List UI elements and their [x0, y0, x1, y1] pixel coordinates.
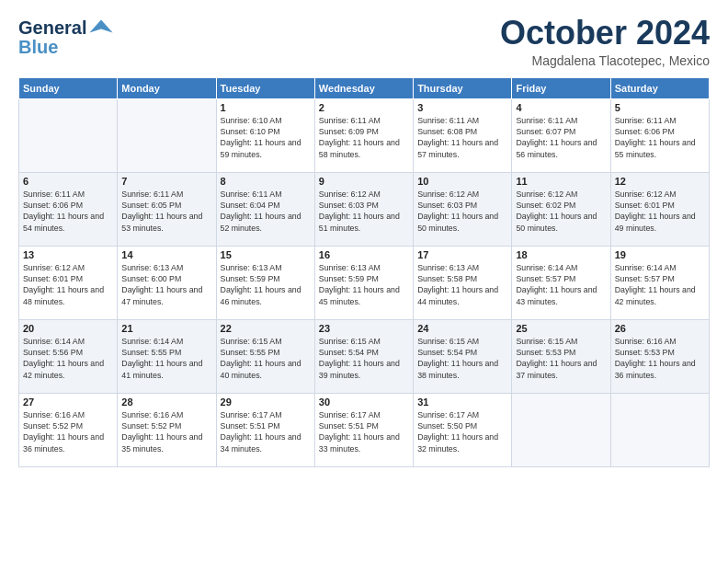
day-info: Sunrise: 6:10 AM Sunset: 6:10 PM Dayligh… — [221, 115, 311, 160]
day-number: 5 — [615, 102, 705, 113]
day-info: Sunrise: 6:11 AM Sunset: 6:05 PM Dayligh… — [121, 189, 211, 234]
day-info: Sunrise: 6:14 AM Sunset: 5:56 PM Dayligh… — [23, 336, 113, 381]
calendar-week-row: 1Sunrise: 6:10 AM Sunset: 6:10 PM Daylig… — [19, 98, 710, 172]
table-row: 9Sunrise: 6:12 AM Sunset: 6:03 PM Daylig… — [314, 172, 413, 246]
day-info: Sunrise: 6:12 AM Sunset: 6:01 PM Dayligh… — [615, 189, 705, 234]
page: General Blue October 2024 Magdalena Tlac… — [0, 0, 728, 563]
col-wednesday: Wednesday — [314, 77, 413, 98]
day-number: 7 — [121, 176, 211, 187]
day-number: 28 — [121, 396, 211, 408]
day-info: Sunrise: 6:16 AM Sunset: 5:52 PM Dayligh… — [121, 409, 211, 454]
day-number: 15 — [221, 249, 311, 260]
day-number: 27 — [23, 396, 113, 408]
month-title: October 2024 — [500, 15, 710, 52]
table-row: 26Sunrise: 6:16 AM Sunset: 5:53 PM Dayli… — [610, 319, 709, 393]
day-info: Sunrise: 6:11 AM Sunset: 6:06 PM Dayligh… — [615, 115, 705, 160]
day-info: Sunrise: 6:17 AM Sunset: 5:51 PM Dayligh… — [319, 409, 409, 454]
day-number: 25 — [516, 323, 606, 334]
table-row: 15Sunrise: 6:13 AM Sunset: 5:59 PM Dayli… — [216, 246, 314, 319]
day-number: 3 — [417, 102, 507, 113]
day-number: 17 — [417, 249, 507, 260]
col-saturday: Saturday — [610, 77, 709, 98]
day-number: 30 — [319, 396, 409, 408]
logo-general: General — [18, 17, 86, 39]
logo: General Blue — [18, 15, 114, 58]
day-number: 1 — [221, 102, 311, 113]
col-tuesday: Tuesday — [216, 77, 314, 98]
table-row: 8Sunrise: 6:11 AM Sunset: 6:04 PM Daylig… — [216, 172, 314, 246]
day-info: Sunrise: 6:13 AM Sunset: 5:59 PM Dayligh… — [319, 262, 409, 307]
table-row: 31Sunrise: 6:17 AM Sunset: 5:50 PM Dayli… — [414, 393, 512, 466]
table-row: 3Sunrise: 6:11 AM Sunset: 6:08 PM Daylig… — [414, 98, 512, 172]
day-info: Sunrise: 6:17 AM Sunset: 5:50 PM Dayligh… — [417, 409, 507, 454]
day-number: 24 — [417, 323, 507, 334]
table-row: 29Sunrise: 6:17 AM Sunset: 5:51 PM Dayli… — [216, 393, 314, 466]
day-number: 29 — [221, 396, 311, 408]
table-row: 20Sunrise: 6:14 AM Sunset: 5:56 PM Dayli… — [19, 319, 118, 393]
table-row: 12Sunrise: 6:12 AM Sunset: 6:01 PM Dayli… — [610, 172, 709, 246]
day-number: 4 — [516, 102, 606, 113]
table-row: 5Sunrise: 6:11 AM Sunset: 6:06 PM Daylig… — [610, 98, 709, 172]
day-info: Sunrise: 6:14 AM Sunset: 5:57 PM Dayligh… — [615, 262, 705, 307]
svg-marker-0 — [90, 20, 113, 33]
day-info: Sunrise: 6:17 AM Sunset: 5:51 PM Dayligh… — [221, 409, 311, 454]
day-info: Sunrise: 6:12 AM Sunset: 6:02 PM Dayligh… — [516, 189, 606, 234]
table-row: 6Sunrise: 6:11 AM Sunset: 6:06 PM Daylig… — [19, 172, 118, 246]
table-row: 10Sunrise: 6:12 AM Sunset: 6:03 PM Dayli… — [414, 172, 512, 246]
table-row: 25Sunrise: 6:15 AM Sunset: 5:53 PM Dayli… — [512, 319, 610, 393]
logo-bird-icon — [88, 15, 114, 40]
day-number: 14 — [121, 249, 211, 260]
table-row: 21Sunrise: 6:14 AM Sunset: 5:55 PM Dayli… — [118, 319, 216, 393]
table-row: 22Sunrise: 6:15 AM Sunset: 5:55 PM Dayli… — [216, 319, 314, 393]
calendar-header-row: Sunday Monday Tuesday Wednesday Thursday… — [19, 77, 710, 98]
day-number: 16 — [319, 249, 409, 260]
day-info: Sunrise: 6:15 AM Sunset: 5:54 PM Dayligh… — [319, 336, 409, 381]
table-row: 17Sunrise: 6:13 AM Sunset: 5:58 PM Dayli… — [414, 246, 512, 319]
day-number: 22 — [221, 323, 311, 334]
day-info: Sunrise: 6:14 AM Sunset: 5:55 PM Dayligh… — [121, 336, 211, 381]
day-number: 21 — [121, 323, 211, 334]
table-row: 2Sunrise: 6:11 AM Sunset: 6:09 PM Daylig… — [314, 98, 413, 172]
table-row: 14Sunrise: 6:13 AM Sunset: 6:00 PM Dayli… — [118, 246, 216, 319]
calendar-body: 1Sunrise: 6:10 AM Sunset: 6:10 PM Daylig… — [19, 98, 710, 466]
day-info: Sunrise: 6:16 AM Sunset: 5:52 PM Dayligh… — [23, 409, 113, 454]
col-thursday: Thursday — [414, 77, 512, 98]
table-row: 28Sunrise: 6:16 AM Sunset: 5:52 PM Dayli… — [118, 393, 216, 466]
day-info: Sunrise: 6:15 AM Sunset: 5:53 PM Dayligh… — [516, 336, 606, 381]
day-number: 9 — [319, 176, 409, 187]
day-number: 13 — [23, 249, 113, 260]
table-row: 24Sunrise: 6:15 AM Sunset: 5:54 PM Dayli… — [414, 319, 512, 393]
day-info: Sunrise: 6:11 AM Sunset: 6:08 PM Dayligh… — [417, 115, 507, 160]
logo-blue: Blue — [18, 37, 58, 58]
day-info: Sunrise: 6:16 AM Sunset: 5:53 PM Dayligh… — [615, 336, 705, 381]
title-block: October 2024 Magdalena Tlacotepec, Mexic… — [500, 15, 710, 68]
day-number: 26 — [615, 323, 705, 334]
day-number: 11 — [516, 176, 606, 187]
day-number: 23 — [319, 323, 409, 334]
day-number: 31 — [417, 396, 507, 408]
table-row — [512, 393, 610, 466]
calendar-week-row: 13Sunrise: 6:12 AM Sunset: 6:01 PM Dayli… — [19, 246, 710, 319]
col-monday: Monday — [118, 77, 216, 98]
day-number: 2 — [319, 102, 409, 113]
calendar-week-row: 27Sunrise: 6:16 AM Sunset: 5:52 PM Dayli… — [19, 393, 710, 466]
table-row: 23Sunrise: 6:15 AM Sunset: 5:54 PM Dayli… — [314, 319, 413, 393]
col-sunday: Sunday — [19, 77, 118, 98]
calendar-week-row: 6Sunrise: 6:11 AM Sunset: 6:06 PM Daylig… — [19, 172, 710, 246]
location-title: Magdalena Tlacotepec, Mexico — [500, 53, 710, 68]
table-row: 13Sunrise: 6:12 AM Sunset: 6:01 PM Dayli… — [19, 246, 118, 319]
day-info: Sunrise: 6:13 AM Sunset: 5:58 PM Dayligh… — [417, 262, 507, 307]
day-number: 8 — [221, 176, 311, 187]
day-info: Sunrise: 6:11 AM Sunset: 6:07 PM Dayligh… — [516, 115, 606, 160]
table-row: 1Sunrise: 6:10 AM Sunset: 6:10 PM Daylig… — [216, 98, 314, 172]
day-info: Sunrise: 6:11 AM Sunset: 6:06 PM Dayligh… — [23, 189, 113, 234]
table-row: 27Sunrise: 6:16 AM Sunset: 5:52 PM Dayli… — [19, 393, 118, 466]
table-row — [19, 98, 118, 172]
table-row: 16Sunrise: 6:13 AM Sunset: 5:59 PM Dayli… — [314, 246, 413, 319]
day-number: 20 — [23, 323, 113, 334]
table-row: 7Sunrise: 6:11 AM Sunset: 6:05 PM Daylig… — [118, 172, 216, 246]
table-row: 19Sunrise: 6:14 AM Sunset: 5:57 PM Dayli… — [610, 246, 709, 319]
day-info: Sunrise: 6:12 AM Sunset: 6:03 PM Dayligh… — [319, 189, 409, 234]
col-friday: Friday — [512, 77, 610, 98]
table-row: 30Sunrise: 6:17 AM Sunset: 5:51 PM Dayli… — [314, 393, 413, 466]
